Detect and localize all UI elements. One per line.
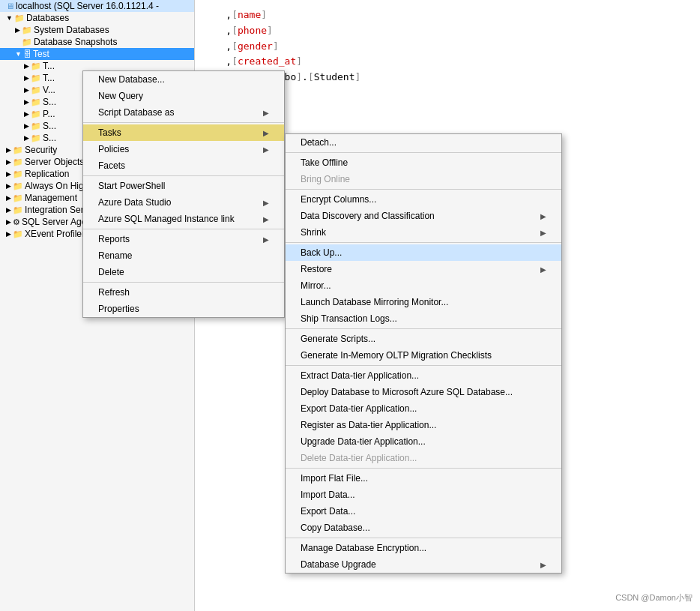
menu-item-encrypt-columns[interactable]: Encrypt Columns...	[286, 191, 561, 208]
menu-item-refresh[interactable]: Refresh	[83, 284, 284, 301]
menu-label: Properties	[98, 304, 139, 314]
menu-label: Delete	[98, 267, 124, 277]
menu-item-delete[interactable]: Delete	[83, 264, 284, 280]
menu-item-azure-data-studio[interactable]: Azure Data Studio ▶	[83, 194, 284, 211]
db-child-label-1: T...	[43, 61, 55, 71]
menu-item-import-flat-file[interactable]: Import Flat File...	[286, 470, 561, 487]
expand-icon: ▶	[15, 26, 20, 34]
db-child-label-3: V...	[43, 85, 55, 95]
menu-item-import-data[interactable]: Import Data...	[286, 487, 561, 503]
menu-item-database-upgrade[interactable]: Database Upgrade ▶	[286, 556, 561, 573]
expand-icon: ▶	[6, 182, 11, 190]
menu-label: Refresh	[98, 287, 130, 298]
menu-label: Encrypt Columns...	[301, 194, 376, 205]
system-databases-node[interactable]: ▶ 📁 System Databases	[0, 24, 194, 36]
folder-icon: 📁	[13, 193, 23, 203]
menu-item-register-data-tier[interactable]: Register as Data-tier Application...	[286, 417, 561, 433]
menu-item-export-data-tier[interactable]: Export Data-tier Application...	[286, 400, 561, 417]
menu-item-extract-data-tier[interactable]: Extract Data-tier Application...	[286, 367, 561, 384]
menu-label: Shrink	[301, 227, 326, 238]
menu-item-policies[interactable]: Policies ▶	[83, 141, 284, 157]
folder-icon: 📁	[13, 205, 23, 215]
folder-icon: 📁	[31, 85, 41, 95]
menu-label: Import Data...	[301, 490, 355, 500]
expand-icon: ▶	[24, 122, 29, 130]
folder-icon: 📁	[31, 109, 41, 119]
agent-icon: ⚙	[13, 217, 20, 227]
menu-label: Reports	[98, 234, 130, 244]
expand-icon: ▶	[24, 74, 29, 82]
menu-item-take-offline[interactable]: Take Offline	[286, 154, 561, 171]
primary-context-menu: New Database... New Query Script Databas…	[82, 70, 285, 318]
folder-icon: 📁	[31, 97, 41, 107]
tasks-separator-5	[286, 365, 561, 366]
menu-item-reports[interactable]: Reports ▶	[83, 231, 284, 247]
database-snapshots-node[interactable]: ▶ 📁 Database Snapshots	[0, 36, 194, 48]
tasks-context-menu: Detach... Take Offline Bring Online Encr…	[285, 133, 562, 574]
menu-item-deploy-azure[interactable]: Deploy Database to Microsoft Azure SQL D…	[286, 384, 561, 400]
menu-label: New Database...	[98, 74, 165, 85]
menu-label: Register as Data-tier Application...	[301, 420, 436, 430]
submenu-arrow: ▶	[540, 212, 546, 220]
menu-item-data-discovery[interactable]: Data Discovery and Classification ▶	[286, 208, 561, 224]
menu-item-new-database[interactable]: New Database...	[83, 71, 284, 88]
menu-separator-4	[83, 282, 284, 283]
management-label: Management	[25, 193, 77, 203]
menu-item-manage-encryption[interactable]: Manage Database Encryption...	[286, 540, 561, 556]
menu-item-delete-data-tier[interactable]: Delete Data-tier Application...	[286, 450, 561, 466]
menu-label: Database Upgrade	[301, 559, 376, 570]
menu-item-ship-transaction-logs[interactable]: Ship Transaction Logs...	[286, 310, 561, 327]
menu-label: Ship Transaction Logs...	[301, 313, 397, 324]
test-db-node[interactable]: ▼ 🗄 Test	[0, 48, 194, 60]
menu-item-backup[interactable]: Back Up...	[286, 244, 561, 261]
db-child-label-2: T...	[43, 73, 55, 83]
menu-item-restore[interactable]: Restore ▶	[286, 261, 561, 277]
folder-icon: 📁	[13, 169, 23, 179]
menu-item-facets[interactable]: Facets	[83, 157, 284, 174]
menu-item-mirror[interactable]: Mirror...	[286, 277, 561, 294]
menu-label: Facets	[98, 160, 125, 171]
menu-separator-2	[83, 175, 284, 176]
folder-icon: 📁	[22, 37, 32, 47]
menu-item-shrink[interactable]: Shrink ▶	[286, 224, 561, 241]
menu-label: Script Database as	[98, 107, 174, 118]
menu-item-detach[interactable]: Detach...	[286, 134, 561, 151]
folder-icon: 📁	[14, 13, 25, 23]
menu-item-start-powershell[interactable]: Start PowerShell	[83, 178, 284, 194]
menu-item-properties[interactable]: Properties	[83, 301, 284, 317]
menu-item-new-query[interactable]: New Query	[83, 88, 284, 104]
menu-label: Azure SQL Managed Instance link	[98, 214, 235, 224]
menu-item-script-database[interactable]: Script Database as ▶	[83, 104, 284, 121]
code-line-3: ,[gender]	[202, 39, 693, 55]
menu-item-tasks[interactable]: Tasks ▶	[83, 124, 284, 141]
folder-icon: 📁	[13, 229, 23, 239]
menu-item-launch-mirror-monitor[interactable]: Launch Database Mirroring Monitor...	[286, 294, 561, 310]
menu-item-azure-sql[interactable]: Azure SQL Managed Instance link ▶	[83, 211, 284, 227]
folder-icon: 📁	[31, 121, 41, 131]
menu-label: Azure Data Studio	[98, 197, 171, 208]
server-objects-label: Server Objects	[25, 157, 84, 167]
tasks-separator-6	[286, 468, 561, 469]
submenu-arrow: ▶	[540, 561, 546, 569]
menu-item-rename[interactable]: Rename	[83, 247, 284, 264]
menu-item-generate-scripts[interactable]: Generate Scripts...	[286, 331, 561, 347]
databases-folder[interactable]: ▼ 📁 Databases	[0, 12, 194, 24]
menu-item-generate-in-memory[interactable]: Generate In-Memory OLTP Migration Checkl…	[286, 347, 561, 364]
menu-item-export-data[interactable]: Export Data...	[286, 503, 561, 520]
submenu-arrow: ▶	[263, 235, 269, 244]
xevent-label: XEvent Profiler	[25, 229, 85, 239]
menu-label: Manage Database Encryption...	[301, 543, 426, 553]
menu-label: Generate In-Memory OLTP Migration Checkl…	[301, 350, 492, 361]
menu-separator-3	[83, 229, 284, 229]
menu-label: Delete Data-tier Application...	[301, 453, 417, 463]
server-icon: 🖥	[6, 1, 14, 10]
expand-icon: ▶	[6, 170, 11, 178]
code-line-2: ,[phone]	[202, 23, 693, 39]
expand-icon: ▶	[24, 62, 29, 70]
database-snapshots-label: Database Snapshots	[34, 37, 117, 47]
menu-item-copy-database[interactable]: Copy Database...	[286, 520, 561, 536]
server-node[interactable]: 🖥 localhost (SQL Server 16.0.1121.4 -	[0, 0, 194, 12]
menu-label: Take Offline	[301, 157, 348, 168]
menu-item-upgrade-data-tier[interactable]: Upgrade Data-tier Application...	[286, 433, 561, 450]
menu-item-bring-online[interactable]: Bring Online	[286, 171, 561, 187]
